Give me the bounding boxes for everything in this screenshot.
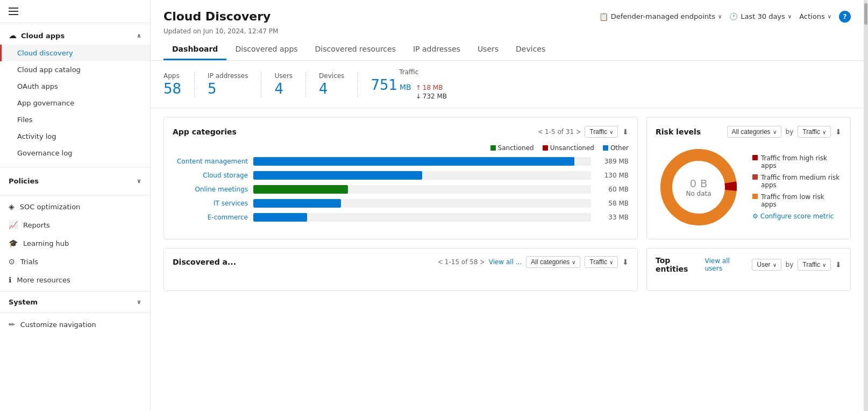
tab-discovered-apps[interactable]: Discovered apps <box>226 39 306 60</box>
page-header: Cloud Discovery 📋 Defender-managed endpo… <box>151 0 864 23</box>
entities-by-label: by <box>786 261 794 268</box>
app-categories-filter-label: Traffic <box>589 128 607 136</box>
bar-fill-4 <box>253 213 307 222</box>
bar-track-1 <box>253 171 591 180</box>
bar-label-4[interactable]: E-commerce <box>173 214 248 221</box>
timerange-label: Last 30 days <box>741 12 785 20</box>
sidebar-item-files[interactable]: Files <box>0 111 150 128</box>
stat-ip-label: IP addresses <box>208 72 248 80</box>
disc-pagination-next[interactable]: > <box>480 258 485 266</box>
app-categories-pagination: < 1-5 of 31 > <box>538 127 580 136</box>
app-categories-title: App categories <box>173 127 237 136</box>
tab-users[interactable]: Users <box>469 39 507 60</box>
top-entities-user-filter[interactable]: User ∨ <box>752 259 781 271</box>
hamburger-menu[interactable] <box>0 0 150 23</box>
endpoint-icon: 📋 <box>599 12 608 21</box>
scroll-thumb[interactable] <box>864 3 867 25</box>
bar-label-2[interactable]: Online meetings <box>173 186 248 193</box>
sidebar-item-reports[interactable]: 📈 Reports <box>0 216 150 234</box>
disc-apps-download[interactable]: ⬇ <box>622 258 629 266</box>
top-entities-download[interactable]: ⬇ <box>835 260 842 269</box>
user-filter-label: User <box>757 261 770 268</box>
endpoint-selector[interactable]: 📋 Defender-managed endpoints ∨ <box>599 12 722 21</box>
pagination-next-btn[interactable]: > <box>576 127 580 136</box>
nav-section-system-header[interactable]: System ∨ <box>0 294 150 310</box>
traffic-detail: ↑ 18 MB ↓ 732 MB <box>416 84 447 100</box>
reports-label: Reports <box>23 221 50 229</box>
sidebar-item-governance-log[interactable]: Governance log <box>0 145 150 161</box>
timerange-selector[interactable]: 🕐 Last 30 days ∨ <box>729 12 792 20</box>
sidebar-item-activity-log[interactable]: Activity log <box>0 128 150 145</box>
endpoint-chevron: ∨ <box>718 13 722 19</box>
risk-low-legend: Traffic from low risk apps <box>752 193 842 208</box>
stat-users-value: 4 <box>274 81 293 97</box>
donut-no-data-label: No data <box>686 190 711 197</box>
sidebar-item-cloud-app-catalog[interactable]: Cloud app catalog <box>0 61 150 78</box>
sidebar-item-learning-hub[interactable]: 🎓 Learning hub <box>0 234 150 252</box>
risk-by-filter-btn[interactable]: Traffic ∨ <box>798 126 831 138</box>
configure-label: Configure score metric <box>760 212 834 220</box>
nav-section-cloud-apps-header[interactable]: ☁ Cloud apps ∧ <box>0 26 150 45</box>
risk-high-dot <box>752 155 758 160</box>
bar-track-4 <box>253 213 591 222</box>
bar-row-1: Cloud storage 130 MB <box>173 171 629 180</box>
configure-score-link[interactable]: ⚙ Configure score metric <box>752 212 842 220</box>
risk-medium-label: Traffic from medium risk apps <box>761 174 842 189</box>
panels-row-bottom: Discovered a... < 1-15 of 58 > View all … <box>163 248 851 291</box>
nav-section-system-label: System <box>9 298 38 306</box>
disc-pagination-text: 1-15 of 58 <box>445 258 478 266</box>
tab-dashboard[interactable]: Dashboard <box>163 39 226 60</box>
risk-category-filter-btn[interactable]: All categories ∨ <box>727 126 781 138</box>
nav-divider-4 <box>0 313 150 313</box>
sidebar-item-more-resources[interactable]: ℹ More resources <box>0 271 150 289</box>
actions-button[interactable]: Actions ∨ <box>799 12 831 20</box>
customize-nav-icon: ✏ <box>9 320 15 329</box>
tab-ip-addresses[interactable]: IP addresses <box>404 39 469 60</box>
app-categories-panel: App categories < 1-5 of 31 > Traffic ∨ ⬇ <box>163 117 638 239</box>
disc-by-filter[interactable]: Traffic ∨ <box>585 256 618 268</box>
trials-icon: ⊙ <box>9 257 15 266</box>
nav-section-cloud-apps-label: Cloud apps <box>21 32 65 40</box>
panels-row-top: App categories < 1-5 of 31 > Traffic ∨ ⬇ <box>163 117 851 239</box>
user-filter-chevron: ∨ <box>773 262 777 268</box>
bar-row-0: Content management 389 MB <box>173 157 629 166</box>
risk-by-chevron: ∨ <box>822 129 826 135</box>
legend-unsanctioned: Unsanctioned <box>543 144 594 152</box>
risk-levels-controls: All categories ∨ by Traffic ∨ ⬇ <box>727 126 842 138</box>
app-categories-download-btn[interactable]: ⬇ <box>622 127 629 136</box>
tab-discovered-resources[interactable]: Discovered resources <box>307 39 404 60</box>
legend-other: Other <box>603 144 629 152</box>
risk-levels-download-btn[interactable]: ⬇ <box>835 127 842 136</box>
help-button[interactable]: ? <box>839 11 851 23</box>
sidebar-item-cloud-discovery[interactable]: Cloud discovery <box>0 45 150 61</box>
bar-fill-1 <box>253 171 422 180</box>
app-categories-filter-btn[interactable]: Traffic ∨ <box>585 126 618 138</box>
tab-devices[interactable]: Devices <box>507 39 554 60</box>
disc-pagination-prev[interactable]: < <box>438 258 443 266</box>
bar-label-3[interactable]: IT services <box>173 200 248 207</box>
nav-section-policies-header[interactable]: Policies ∨ <box>0 173 150 189</box>
scrollbar[interactable] <box>864 0 868 411</box>
bar-label-1[interactable]: Cloud storage <box>173 172 248 179</box>
top-entities-by-filter[interactable]: Traffic ∨ <box>798 259 831 271</box>
disc-category-filter[interactable]: All categories ∨ <box>526 256 580 268</box>
bar-value-4: 33 MB <box>596 214 629 221</box>
bar-track-0 <box>253 157 591 166</box>
traffic-up-value: 18 MB <box>423 84 443 91</box>
learning-label: Learning hub <box>23 239 69 247</box>
risk-high-label: Traffic from high risk apps <box>761 154 842 169</box>
soc-label: SOC optimization <box>20 203 81 211</box>
app-categories-controls: < 1-5 of 31 > Traffic ∨ ⬇ <box>538 126 629 138</box>
risk-high-legend: Traffic from high risk apps <box>752 154 842 169</box>
sidebar-item-soc-optimization[interactable]: ◈ SOC optimization <box>0 197 150 216</box>
top-entities-view-all[interactable]: View all users <box>705 257 748 272</box>
sidebar-item-trials[interactable]: ⊙ Trials <box>0 252 150 271</box>
discovered-apps-title: Discovered a... <box>173 258 236 266</box>
discovered-apps-view-all[interactable]: View all ... <box>489 258 522 266</box>
bar-label-0[interactable]: Content management <box>173 158 248 165</box>
sidebar-item-app-governance[interactable]: App governance <box>0 95 150 111</box>
sidebar-item-oauth-apps[interactable]: OAuth apps <box>0 78 150 95</box>
risk-category-label: All categories <box>732 128 771 136</box>
pagination-prev-btn[interactable]: < <box>538 127 543 136</box>
sidebar-item-customize-nav[interactable]: ✏ Customize navigation <box>0 315 150 336</box>
